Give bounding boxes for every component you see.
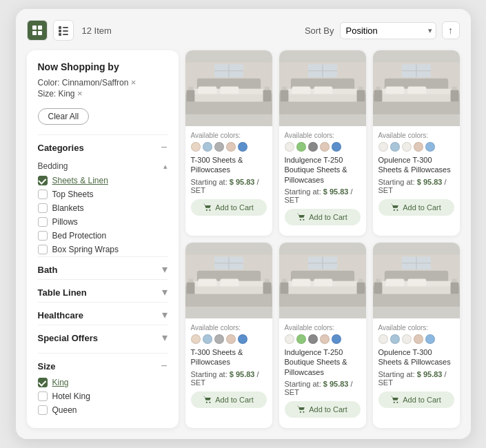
color-swatch[interactable] xyxy=(226,142,236,152)
bedding-chevron-icon: ▴ xyxy=(163,162,168,171)
color-swatch[interactable] xyxy=(285,334,294,344)
available-colors-label: Available colors: xyxy=(378,132,454,139)
healthcare-label: Healthcare xyxy=(38,310,83,320)
svg-rect-21 xyxy=(265,86,270,90)
grid-icon xyxy=(32,25,43,36)
queen-checkbox[interactable] xyxy=(38,405,48,415)
color-swatch[interactable] xyxy=(390,334,400,344)
color-swatch[interactable] xyxy=(414,334,423,344)
color-swatch[interactable] xyxy=(238,334,247,344)
svg-rect-5 xyxy=(63,27,68,28)
color-swatch[interactable] xyxy=(425,334,435,344)
special-offers-section-header[interactable]: Special Offers ▾ xyxy=(38,325,168,347)
bedding-filter-item-1[interactable]: Top Sheets xyxy=(38,187,168,201)
svg-rect-104 xyxy=(376,278,381,282)
color-swatch[interactable] xyxy=(203,334,212,344)
product-card: Available colors: Indulgence T-250 Bouti… xyxy=(279,243,366,428)
color-swatch[interactable] xyxy=(285,142,294,152)
add-to-cart-button[interactable]: Add to Cart xyxy=(378,391,454,408)
available-colors-label: Available colors: xyxy=(285,132,361,139)
product-price: Starting at: $ 95.83 / SET xyxy=(378,370,454,387)
product-price: Starting at: $ 95.83 / SET xyxy=(285,380,361,396)
sort-label: Sort By xyxy=(305,26,334,36)
color-swatch[interactable] xyxy=(402,142,412,152)
blankets-checkbox[interactable] xyxy=(38,203,48,213)
color-swatch[interactable] xyxy=(320,142,330,152)
bedding-filter-item-2[interactable]: Blankets xyxy=(38,201,168,215)
product-image xyxy=(373,243,460,318)
color-swatch[interactable] xyxy=(308,334,318,344)
king-checkbox[interactable] xyxy=(38,378,48,387)
svg-rect-6 xyxy=(59,30,61,32)
top-sheets-checkbox[interactable] xyxy=(38,190,48,199)
categories-section-header[interactable]: Categories − xyxy=(38,134,168,157)
svg-rect-18 xyxy=(186,90,194,102)
bedding-filter-item-3[interactable]: Pillows xyxy=(38,215,168,229)
product-image xyxy=(185,50,272,126)
bath-section-header[interactable]: Bath ▾ xyxy=(38,256,168,279)
main-container: 12 Item Sort By Position Price: Low to H… xyxy=(16,9,471,439)
hotel-king-checkbox[interactable] xyxy=(38,391,48,401)
sheets-checkbox[interactable] xyxy=(38,176,48,185)
color-swatch[interactable] xyxy=(214,334,224,344)
size-filter-item-1[interactable]: Hotel King xyxy=(38,389,168,403)
color-swatch[interactable] xyxy=(414,142,423,152)
size-filter-item-0[interactable]: King xyxy=(38,376,168,389)
color-swatch[interactable] xyxy=(378,334,388,344)
color-swatch[interactable] xyxy=(390,142,400,152)
bedding-filter-item-0[interactable]: Sheets & Linen xyxy=(38,174,168,187)
color-swatch[interactable] xyxy=(332,334,341,344)
pillows-checkbox[interactable] xyxy=(38,217,48,227)
color-swatch[interactable] xyxy=(214,142,224,152)
healthcare-section-header[interactable]: Healthcare ▾ xyxy=(38,302,168,325)
sort-select[interactable]: Position Price: Low to High Price: High … xyxy=(340,22,436,39)
product-name: Indulgence T-250 Boutique Sheets & Pillo… xyxy=(285,347,361,377)
color-swatch[interactable] xyxy=(191,142,201,152)
color-swatch[interactable] xyxy=(296,334,306,344)
product-image xyxy=(373,50,460,126)
svg-rect-4 xyxy=(59,26,61,29)
size-filter-item-2[interactable]: Queen xyxy=(38,403,168,417)
bedding-filter-item-4[interactable]: Bed Protection xyxy=(38,229,168,243)
color-swatch[interactable] xyxy=(191,334,201,344)
color-swatch[interactable] xyxy=(320,334,330,344)
color-swatch[interactable] xyxy=(238,142,247,152)
color-swatch[interactable] xyxy=(425,142,435,152)
svg-point-26 xyxy=(209,209,210,210)
color-swatch[interactable] xyxy=(378,142,388,152)
box-spring-checkbox[interactable] xyxy=(38,245,48,254)
size-section-header[interactable]: Size − xyxy=(38,353,168,376)
size-filter-label: Size: King xyxy=(38,89,75,99)
bedding-subsection-header[interactable]: Bedding ▴ xyxy=(38,157,168,174)
svg-point-111 xyxy=(396,401,398,403)
list-view-button[interactable] xyxy=(53,20,74,41)
king-link[interactable]: King xyxy=(52,378,69,387)
svg-rect-38 xyxy=(358,86,363,90)
queen-label: Queen xyxy=(52,405,77,415)
color-swatch[interactable] xyxy=(296,142,306,152)
add-to-cart-button[interactable]: Add to Cart xyxy=(285,401,361,418)
color-swatch[interactable] xyxy=(226,334,236,344)
product-info: Available colors: Opulence T-300 Sheets … xyxy=(373,126,460,236)
color-swatch[interactable] xyxy=(402,334,412,344)
bedding-filter-item-5[interactable]: Box Spring Wraps xyxy=(38,243,168,256)
color-swatch[interactable] xyxy=(308,142,318,152)
bed-protection-checkbox[interactable] xyxy=(38,231,48,241)
sort-direction-button[interactable]: ↑ xyxy=(442,21,460,39)
add-to-cart-button[interactable]: Add to Cart xyxy=(191,199,267,216)
table-linen-section-header[interactable]: Table Linen ▾ xyxy=(38,279,168,302)
sheets-linen-link[interactable]: Sheets & Linen xyxy=(52,176,108,185)
remove-size-filter[interactable]: × xyxy=(77,88,83,99)
available-colors-label: Available colors: xyxy=(191,132,267,139)
grid-view-button[interactable] xyxy=(27,20,48,41)
clear-all-button[interactable]: Clear All xyxy=(38,108,90,125)
add-to-cart-button[interactable]: Add to Cart xyxy=(378,199,454,216)
product-price: Starting at: $ 95.83 / SET xyxy=(378,178,454,194)
add-to-cart-button[interactable]: Add to Cart xyxy=(191,391,267,408)
add-to-cart-button[interactable]: Add to Cart xyxy=(285,209,361,225)
sidebar: Now Shopping by Color: Cinnamon/Saffron … xyxy=(27,50,179,428)
color-swatch[interactable] xyxy=(203,142,212,152)
svg-point-43 xyxy=(303,219,304,221)
remove-color-filter[interactable]: × xyxy=(131,77,136,88)
color-swatch[interactable] xyxy=(332,142,341,152)
